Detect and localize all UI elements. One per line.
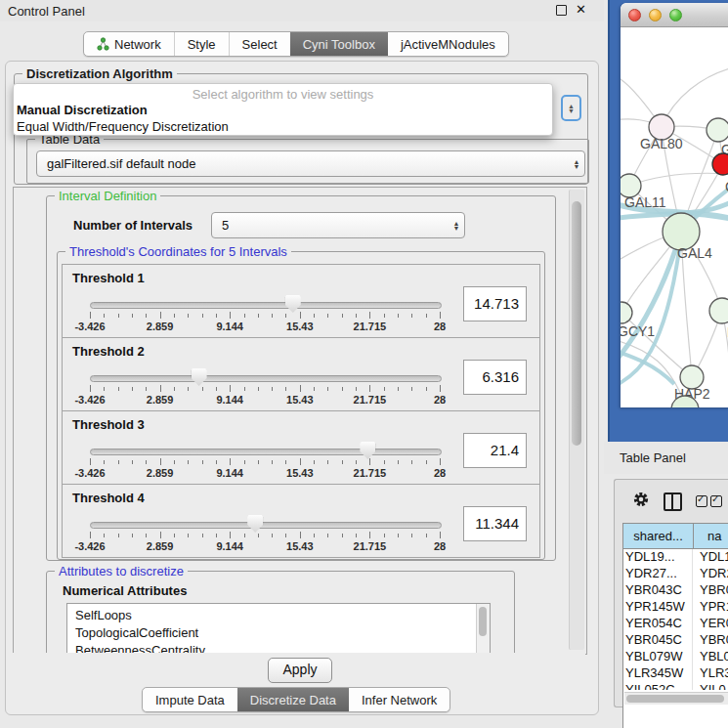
group-title: Threshold's Coordinates for 5 Intervals: [65, 244, 291, 259]
threshold-slider[interactable]: -3.4262.8599.14415.4321.71528: [90, 514, 442, 553]
control-panel-title: Control Panel: [0, 4, 85, 19]
tab-discretize-data[interactable]: Discretize Data: [237, 688, 349, 711]
thresholds-group: Threshold's Coordinates for 5 Intervals …: [57, 251, 545, 560]
split-columns-icon[interactable]: [664, 492, 682, 511]
table-panel-body: shared... na YDL19... YDL1 YDR27... YDR2…: [614, 479, 728, 707]
tab-label: Style: [188, 37, 216, 52]
tick-label: 21.715: [354, 394, 387, 406]
number-of-intervals-combobox[interactable]: 5 ▲▼: [211, 212, 465, 238]
threshold-slider[interactable]: -3.4262.8599.14415.4321.71528: [90, 294, 442, 333]
slider-track[interactable]: [90, 449, 442, 455]
tab-label: Impute Data: [155, 693, 225, 707]
cell-name: YLR3: [693, 665, 728, 682]
table-row[interactable]: YER054C YER0: [623, 616, 728, 632]
table-data-selected: galFiltered.sif default node: [37, 156, 569, 171]
table-row[interactable]: YDR27... YDR2: [623, 566, 728, 582]
tab-label: Infer Network: [362, 693, 437, 707]
table-row[interactable]: YBR045C YBR0: [623, 632, 728, 649]
column-header-name[interactable]: na: [694, 524, 728, 548]
algorithm-combobox-spinner[interactable]: ▲▼: [561, 95, 581, 121]
network-node-label: GAL80: [640, 136, 683, 151]
dropdown-option-equal-width[interactable]: Equal Width/Frequency Discretization: [14, 118, 552, 135]
network-node[interactable]: [707, 118, 728, 142]
tab-style[interactable]: Style: [174, 32, 229, 56]
network-view-frame: GAL80GACGAL11GAL4GCY1HHAP2: [608, 0, 728, 442]
slider-track[interactable]: [90, 302, 442, 309]
threshold-panel: Threshold 2 -3.4262.8599.14415.4321.7152…: [62, 337, 540, 411]
threshold-slider[interactable]: -3.4262.8599.14415.4321.71528: [90, 367, 442, 407]
slider-thumb[interactable]: [192, 368, 207, 386]
tick-label: 2.859: [147, 540, 174, 552]
network-node[interactable]: [712, 153, 728, 175]
tab-jactivemnodules[interactable]: jActiveMNodules: [388, 32, 508, 56]
network-node[interactable]: [621, 302, 632, 323]
close-light-icon[interactable]: [628, 9, 641, 21]
table-horizontal-scrollbar[interactable]: [624, 692, 728, 705]
slider-track[interactable]: [90, 375, 442, 382]
tab-cyni-toolbox[interactable]: Cyni Toolbox: [290, 32, 388, 56]
slider-track[interactable]: [90, 522, 442, 529]
cell-name: YDR2: [693, 566, 728, 582]
cell-name: YDL1: [693, 549, 728, 566]
slider-thumb[interactable]: [285, 295, 301, 313]
tab-select[interactable]: Select: [229, 32, 290, 56]
tick-label: -3.426: [74, 394, 105, 406]
zoom-light-icon[interactable]: [669, 9, 682, 21]
scrollbar-thumb[interactable]: [626, 695, 724, 703]
column-header-shared-name[interactable]: shared...: [623, 524, 694, 548]
scrollbar-thumb[interactable]: [572, 201, 581, 446]
tab-infer-network[interactable]: Infer Network: [349, 688, 450, 711]
network-node[interactable]: [709, 298, 728, 323]
tick-label: 15.43: [286, 540, 314, 552]
network-node-label: GAL11: [624, 194, 666, 210]
table-row[interactable]: YDL19... YDL1: [623, 549, 728, 566]
slider-ticks: [90, 532, 440, 540]
apply-button[interactable]: Apply: [268, 658, 332, 683]
tab-impute-data[interactable]: Impute Data: [143, 688, 237, 711]
cell-name: YBR0: [693, 582, 728, 599]
attribute-list-item[interactable]: TopologicalCoefficient: [75, 624, 490, 642]
control-panel-titlebar: Control Panel ✕: [0, 0, 604, 21]
table-row[interactable]: YBR043C YBR0: [623, 582, 728, 599]
settings-vertical-scrollbar[interactable]: [569, 190, 584, 650]
threshold-value-field[interactable]: 14.713: [463, 286, 527, 321]
checkbox-icon[interactable]: [696, 495, 707, 507]
attributes-scrollbar[interactable]: [476, 604, 490, 655]
attribute-list-item[interactable]: SelfLoops: [75, 607, 490, 624]
table-row[interactable]: YIL052C YIL0: [623, 682, 728, 690]
tick-label: 21.715: [354, 467, 387, 479]
threshold-value-field[interactable]: 11.344: [463, 506, 527, 541]
tab-network[interactable]: Network: [84, 32, 174, 56]
slider-ticks: [90, 458, 440, 467]
threshold-value-field[interactable]: 21.4: [463, 433, 527, 468]
cell-shared-name: YLR345W: [623, 665, 693, 682]
tick-label: 21.715: [354, 321, 387, 332]
control-panel: Control Panel ✕ Network: [0, 0, 604, 728]
network-canvas[interactable]: GAL80GACGAL11GAL4GCY1HHAP2: [621, 27, 728, 407]
numerical-attributes-list[interactable]: SelfLoopsTopologicalCoefficientBetweenne…: [66, 603, 491, 655]
checkbox-icon[interactable]: [710, 495, 722, 507]
float-panel-icon[interactable]: [556, 5, 567, 16]
cyni-toolbox-panel: Discretization Algorithm ▲▼ Table Data g…: [5, 61, 599, 715]
table-row[interactable]: YPR145W YPR1: [623, 599, 728, 616]
dropdown-option-manual[interactable]: Manual Discretization: [14, 102, 552, 118]
close-panel-icon[interactable]: ✕: [576, 3, 586, 17]
tick-label: 21.715: [354, 540, 387, 552]
minimize-light-icon[interactable]: [649, 9, 662, 21]
threshold-slider[interactable]: -3.4262.8599.14415.4321.71528: [90, 441, 442, 480]
tick-label: -3.426: [74, 321, 105, 332]
screen: Control Panel ✕ Network: [0, 0, 728, 728]
scrollbar-thumb[interactable]: [479, 607, 487, 636]
gear-icon[interactable]: [632, 491, 650, 512]
algorithm-dropdown-popup: Select algorithm to view settings Manual…: [13, 83, 553, 136]
tab-label: Select: [242, 37, 278, 52]
network-edge[interactable]: [629, 173, 728, 186]
table-row[interactable]: YBL079W YBL0: [623, 649, 728, 665]
table-panel-title: Table Panel: [604, 450, 686, 465]
slider-thumb[interactable]: [247, 515, 263, 533]
slider-thumb[interactable]: [360, 442, 375, 459]
table-data-combobox[interactable]: galFiltered.sif default node ▲▼: [36, 150, 585, 177]
tick-label: 15.43: [286, 321, 314, 332]
table-row[interactable]: YLR345W YLR3: [623, 665, 728, 682]
threshold-value-field[interactable]: 6.316: [463, 360, 527, 395]
